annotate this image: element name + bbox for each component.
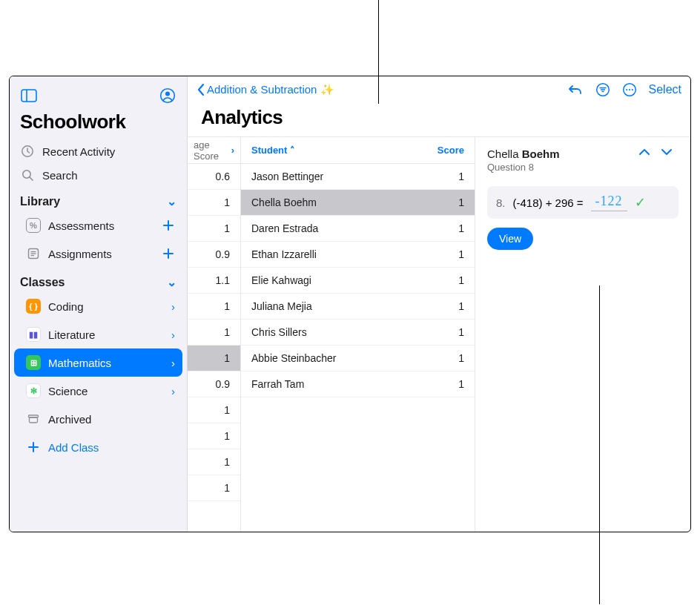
strip-row[interactable]: 0.6 xyxy=(188,164,240,190)
score-header[interactable]: Score xyxy=(438,145,464,156)
strip-row[interactable]: 1 xyxy=(188,320,240,346)
section-label: Classes xyxy=(20,276,65,289)
question-card: 8. (-418) + 296 = -122 ✓ xyxy=(487,186,678,219)
sidebar-icon xyxy=(21,89,37,102)
section-label: Library xyxy=(20,195,60,208)
strip-row[interactable]: 1 xyxy=(188,397,240,423)
add-class-button[interactable]: Add Class xyxy=(14,433,182,461)
classes-section-header[interactable]: Classes ⌄ xyxy=(10,268,187,292)
student-row[interactable]: Daren Estrada1 xyxy=(241,216,475,242)
account-button[interactable] xyxy=(157,85,178,106)
svg-point-18 xyxy=(626,89,627,90)
class-science[interactable]: ✼ Science › xyxy=(14,377,182,405)
student-score-cell: 1 xyxy=(458,171,464,182)
library-section-header[interactable]: Library ⌄ xyxy=(10,187,187,211)
sidebar-assessments[interactable]: % Assessments xyxy=(14,211,182,239)
class-coding[interactable]: { } Coding › xyxy=(14,292,182,320)
back-label: Addition & Subtraction ✨ xyxy=(207,83,334,96)
class-label: Coding xyxy=(48,300,84,313)
view-button[interactable]: View xyxy=(487,228,533,250)
plus-icon xyxy=(24,440,42,454)
list-icon xyxy=(24,247,42,260)
student-row[interactable]: Elie Kahwagi1 xyxy=(241,268,475,294)
callout-line-2 xyxy=(599,285,600,604)
plus-icon[interactable] xyxy=(162,219,175,232)
strip-row[interactable]: 1 xyxy=(188,475,240,501)
student-score-cell: 1 xyxy=(458,274,464,286)
sidebar-item-label: Assessments xyxy=(48,219,114,232)
svg-rect-0 xyxy=(22,90,36,102)
strip-row[interactable]: 1 xyxy=(188,423,240,449)
detail-nav xyxy=(638,148,673,156)
class-literature[interactable]: ▮▮ Literature › xyxy=(14,320,182,348)
strip-row[interactable]: 1 xyxy=(188,346,240,371)
svg-point-3 xyxy=(165,92,170,96)
strip-row[interactable]: 1 xyxy=(188,294,240,320)
svg-line-6 xyxy=(30,177,33,180)
more-button[interactable] xyxy=(622,82,637,97)
student-name-cell: Jason Bettinger xyxy=(251,171,323,182)
strip-row[interactable]: 1 xyxy=(188,449,240,475)
chevron-right-icon: › xyxy=(171,300,175,313)
strip-row[interactable]: 1.1 xyxy=(188,268,240,294)
student-row[interactable]: Ethan Izzarelli1 xyxy=(241,242,475,268)
chevron-down-icon: ⌄ xyxy=(167,275,176,289)
calculator-icon: ⊞ xyxy=(24,355,42,370)
chevron-down-icon xyxy=(661,148,673,156)
student-row[interactable]: Jason Bettinger1 xyxy=(241,164,475,190)
toggle-sidebar-button[interactable] xyxy=(19,85,39,106)
question-text: (-418) + 296 = xyxy=(513,196,584,209)
student-score-cell: 1 xyxy=(458,326,464,338)
chevron-right-icon[interactable]: › xyxy=(231,145,234,156)
student-row[interactable]: Abbie Steinbacher1 xyxy=(241,346,475,371)
sidebar: Schoolwork Recent Activity Search Librar… xyxy=(10,76,188,532)
percent-icon: % xyxy=(24,218,42,233)
student-header[interactable]: Student ˄ xyxy=(251,145,295,156)
sidebar-item-label: Search xyxy=(42,169,78,182)
sidebar-item-label: Assignments xyxy=(48,248,112,260)
add-class-label: Add Class xyxy=(48,441,99,454)
filter-button[interactable] xyxy=(595,82,610,97)
undo-icon xyxy=(567,83,584,96)
correct-check-icon: ✓ xyxy=(635,194,646,211)
student-row[interactable]: Farrah Tam1 xyxy=(241,371,475,397)
student-score-cell: 1 xyxy=(458,222,464,234)
strip-row[interactable]: 0.9 xyxy=(188,242,240,268)
question-label: Question 8 xyxy=(487,162,678,173)
student-row[interactable]: Chris Sillers1 xyxy=(241,320,475,346)
student-score-cell: 1 xyxy=(458,248,464,260)
student-name-cell: Farrah Tam xyxy=(251,378,304,390)
chevron-right-icon: › xyxy=(171,328,175,341)
student-row[interactable]: Chella Boehm1 xyxy=(241,190,475,216)
strip-row[interactable]: 1 xyxy=(188,216,240,242)
sidebar-search[interactable]: Search xyxy=(10,163,187,187)
class-mathematics[interactable]: ⊞ Mathematics › xyxy=(14,348,182,377)
detail-pane: Chella Boehm Question 8 8. (-418) + 296 … xyxy=(475,137,690,532)
sidebar-assignments[interactable]: Assignments xyxy=(14,239,182,268)
page-title: Analytics xyxy=(188,103,690,136)
strip-row[interactable]: 0.9 xyxy=(188,371,240,397)
prev-question-button[interactable] xyxy=(638,148,650,156)
books-icon: ▮▮ xyxy=(24,327,42,342)
student-row[interactable]: Juliana Mejia1 xyxy=(241,294,475,320)
student-name-cell: Ethan Izzarelli xyxy=(251,248,317,260)
filter-icon xyxy=(595,82,610,97)
class-label: Literature xyxy=(48,328,95,341)
sort-asc-icon: ˄ xyxy=(290,145,295,156)
app-window: Schoolwork Recent Activity Search Librar… xyxy=(9,76,691,532)
back-button[interactable]: Addition & Subtraction ✨ xyxy=(197,83,334,96)
undo-button[interactable] xyxy=(567,83,584,96)
question-number: 8. xyxy=(496,196,506,209)
archive-icon xyxy=(24,412,42,426)
next-question-button[interactable] xyxy=(661,148,673,156)
atom-icon: ✼ xyxy=(24,383,42,398)
sidebar-recent-activity[interactable]: Recent Activity xyxy=(10,139,187,163)
chevron-down-icon: ⌄ xyxy=(167,194,176,208)
plus-icon[interactable] xyxy=(162,247,175,260)
student-score-cell: 1 xyxy=(458,196,464,208)
students-column: Student ˄ Score Jason Bettinger1Chella B… xyxy=(241,137,475,532)
select-link[interactable]: Select xyxy=(649,83,681,96)
strip-row[interactable]: 1 xyxy=(188,190,240,216)
class-archived[interactable]: Archived xyxy=(14,405,182,433)
svg-point-20 xyxy=(631,89,633,90)
